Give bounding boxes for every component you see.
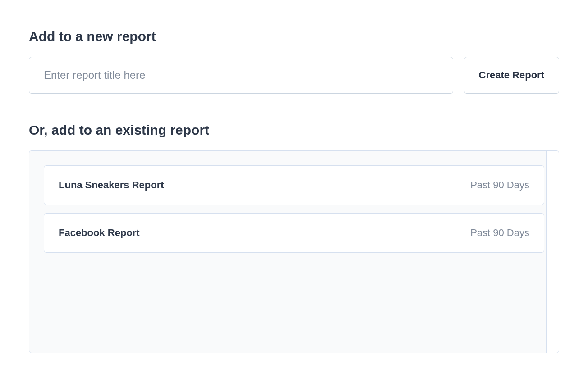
create-report-button[interactable]: Create Report <box>464 57 559 94</box>
report-card[interactable]: Facebook Report Past 90 Days <box>44 213 544 253</box>
new-report-heading: Add to a new report <box>29 29 559 44</box>
existing-report-heading: Or, add to an existing report <box>29 123 559 138</box>
report-period: Past 90 Days <box>470 227 529 239</box>
new-report-row: Create Report <box>29 57 559 94</box>
report-name: Facebook Report <box>59 227 140 239</box>
existing-reports-container: Luna Sneakers Report Past 90 Days Facebo… <box>29 150 559 353</box>
report-card[interactable]: Luna Sneakers Report Past 90 Days <box>44 165 544 205</box>
report-name: Luna Sneakers Report <box>59 179 164 191</box>
scrollbar-track[interactable] <box>546 151 559 353</box>
report-period: Past 90 Days <box>470 179 529 191</box>
report-title-input[interactable] <box>29 57 453 94</box>
reports-list: Luna Sneakers Report Past 90 Days Facebo… <box>44 165 544 253</box>
